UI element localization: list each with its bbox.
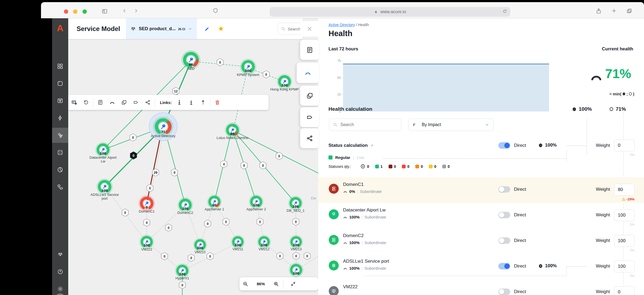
edge-badge[interactable]: 0: [130, 134, 136, 141]
ci-row[interactable]: VM222 | Direct Weight 0: [318, 280, 644, 295]
health-search-input[interactable]: [329, 119, 401, 131]
share-page-icon[interactable]: [595, 8, 602, 14]
status-name[interactable]: Regular: [335, 155, 350, 160]
link-out-icon[interactable]: [197, 95, 209, 110]
link-in-plus-icon[interactable]: [173, 95, 185, 110]
reload-icon[interactable]: [502, 9, 508, 14]
edge-badge[interactable]: 0: [165, 224, 172, 231]
share-icon[interactable]: [142, 95, 154, 110]
edge-badge[interactable]: 0: [122, 209, 128, 216]
graph-node[interactable]: 100KPMP System: [237, 59, 259, 77]
sort-by-impact-dropdown[interactable]: By Impact: [408, 119, 494, 131]
ci-name[interactable]: DomenC2: [343, 233, 364, 238]
ci-name[interactable]: Datacenter Aiport Lw: [343, 207, 386, 213]
ci-name[interactable]: ADSLLw1 Service port: [343, 259, 389, 264]
forward-icon[interactable]: [133, 8, 139, 13]
graph-node[interactable]: 100DB_SED_1: [287, 196, 304, 213]
fit-screen-icon[interactable]: [287, 276, 299, 291]
graph-node[interactable]: 100ADSLLw1 Serviceport: [91, 179, 119, 200]
ci-name[interactable]: VM222: [343, 284, 358, 290]
edge-badge[interactable]: 0: [276, 152, 282, 160]
copy-icon[interactable]: [118, 95, 130, 110]
tab-copy[interactable]: [300, 86, 319, 106]
row-direct-toggle[interactable]: [498, 186, 510, 193]
graph-node[interactable]: 100AppServer 2: [246, 195, 266, 211]
edge-badge[interactable]: 0: [260, 162, 266, 169]
sidebar-item-dashboards[interactable]: [52, 162, 68, 177]
graph-node[interactable]: 96Lotus Notes Domino: [217, 123, 248, 140]
edge-badge[interactable]: 0: [304, 252, 310, 260]
edge-badge[interactable]: 0: [161, 252, 168, 260]
graph-node[interactable]: 100: [289, 263, 303, 277]
edge-badge[interactable]: 29: [152, 169, 159, 176]
graph-node[interactable]: 100Hong Kong KPMP: [270, 74, 299, 92]
sidebar-item-help[interactable]: [52, 264, 68, 279]
sidebar-item-profile[interactable]: [52, 291, 68, 295]
shield-icon[interactable]: [213, 8, 218, 14]
status-direct-toggle[interactable]: [498, 142, 510, 149]
edge-badge[interactable]: 0: [143, 219, 150, 226]
model-selector-dropdown[interactable]: SED product_d... 25 CI: [126, 18, 197, 39]
row-direct-toggle[interactable]: [498, 263, 510, 269]
ci-name[interactable]: DomenC1: [343, 182, 364, 187]
sidebar-toggle-icon[interactable]: [101, 8, 108, 15]
row-weight-input[interactable]: 0: [614, 286, 635, 295]
edge-badge[interactable]: 0: [263, 71, 269, 78]
tab-overview-icon[interactable]: [626, 8, 632, 14]
edge-badge[interactable]: 0: [179, 281, 186, 289]
edge-badge[interactable]: 0: [293, 252, 299, 260]
link-in-icon[interactable]: [185, 95, 197, 110]
row-direct-toggle[interactable]: [498, 237, 510, 244]
sidebar-item-workflows[interactable]: [52, 179, 68, 195]
sidebar-item-screens[interactable]: [52, 145, 68, 160]
tag-icon[interactable]: [130, 95, 142, 110]
pin-icon[interactable]: [370, 144, 374, 148]
tab-share[interactable]: [300, 128, 319, 148]
edge-badge[interactable]: 0: [241, 162, 247, 169]
edge-badge[interactable]: 12: [173, 87, 179, 95]
edge-badge[interactable]: 0: [188, 254, 194, 262]
edge-badge[interactable]: 0: [293, 218, 299, 225]
history-icon[interactable]: [80, 95, 92, 110]
graph-node[interactable]: 100HyperV1: [175, 263, 190, 280]
edge-badge[interactable]: 0: [147, 184, 153, 192]
zoom-window-button[interactable]: [83, 9, 87, 14]
close-panel-button[interactable]: [300, 21, 319, 37]
row-direct-toggle[interactable]: [498, 289, 510, 295]
row-weight-input[interactable]: 100: [614, 235, 635, 247]
ci-row[interactable]: ADSLLw1 Service port 100% | Subordinate …: [318, 254, 644, 280]
close-window-button[interactable]: [64, 9, 68, 14]
edge-badge[interactable]: 0: [171, 169, 178, 176]
status-alt[interactable]: Live: [357, 155, 364, 160]
sidebar-item-service-model[interactable]: [52, 128, 68, 143]
row-weight-input[interactable]: 100: [614, 261, 635, 272]
minimize-window-button[interactable]: [73, 9, 77, 14]
delete-icon[interactable]: [211, 95, 223, 110]
graph-node[interactable]: 86SED: [181, 50, 201, 71]
favorite-star-icon[interactable]: ★: [218, 25, 224, 33]
edit-model-button[interactable]: [204, 26, 210, 32]
sidebar-item-apps[interactable]: [52, 59, 68, 74]
edge-badge[interactable]: 0: [217, 58, 223, 66]
ci-row[interactable]: DomenC1 0% | Subordinate Direct Weight 8…: [318, 177, 644, 203]
sidebar-item-filter-box[interactable]: [52, 93, 68, 108]
tab-health-arc-active[interactable]: [297, 63, 319, 83]
graph-node[interactable]: 100VM213: [289, 235, 303, 251]
edge-badge[interactable]: 0: [257, 218, 263, 225]
topology-graph[interactable]: 0001200290400000000000000000086SED100KPM…: [68, 18, 318, 295]
graph-node[interactable]: 100VM212: [257, 235, 271, 251]
status-weight-input[interactable]: 0: [614, 140, 635, 151]
graph-node[interactable]: 100VM222: [139, 235, 154, 251]
breadcrumb-link[interactable]: Active Directory: [328, 23, 355, 27]
ci-row[interactable]: Datacenter Aiport Lw 100% | Subordinate …: [318, 203, 644, 228]
zoom-out-icon[interactable]: [239, 276, 251, 291]
row-direct-toggle[interactable]: [498, 212, 510, 218]
edge-badge[interactable]: 0: [277, 252, 283, 260]
graph-node[interactable]: 100Datacenter AiportLw: [90, 142, 117, 164]
avatar[interactable]: [55, 293, 65, 295]
edge-badge[interactable]: 0: [207, 252, 213, 260]
graph-node[interactable]: 100VM210: [193, 238, 207, 254]
zoom-in-icon[interactable]: [270, 276, 282, 291]
graph-node[interactable]: 0DomenC1: [139, 195, 155, 213]
edge-badge[interactable]: 0: [130, 152, 137, 159]
